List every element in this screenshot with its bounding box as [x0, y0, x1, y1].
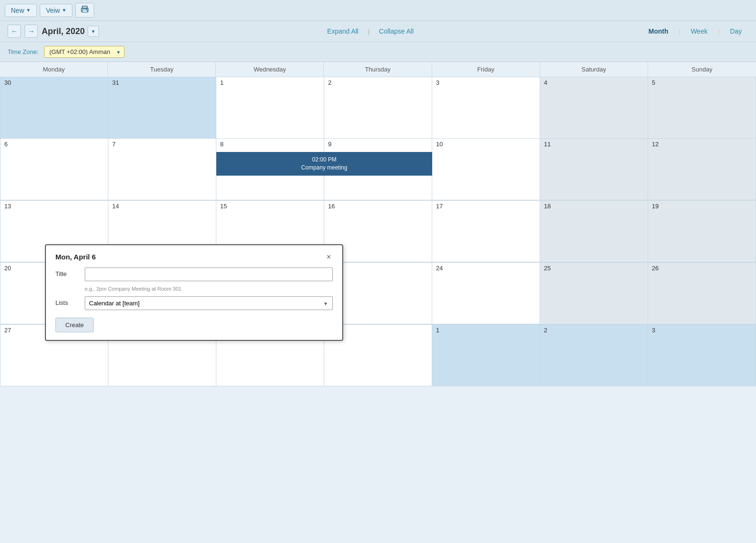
- cell-apr-3[interactable]: 3: [432, 77, 540, 139]
- header-friday: Friday: [432, 62, 540, 77]
- month-dropdown-button[interactable]: ▼: [88, 26, 99, 37]
- day-num-3a: 3: [434, 78, 441, 87]
- cell-may-1[interactable]: 1: [432, 325, 540, 386]
- nav-center: Expand All | Collapse All: [327, 27, 414, 35]
- day-num-13: 13: [2, 202, 13, 211]
- next-arrow-icon: →: [28, 27, 35, 35]
- cell-apr-7[interactable]: 7: [108, 139, 216, 200]
- view-month-button[interactable]: Month: [642, 26, 675, 37]
- day-num-11: 11: [542, 140, 552, 149]
- cell-apr-24[interactable]: 24: [432, 263, 540, 324]
- header-saturday: Saturday: [540, 62, 648, 77]
- day-num-15: 15: [218, 202, 229, 211]
- toolbar: New ▼ Veiw ▼: [0, 0, 756, 21]
- cell-apr-18[interactable]: 18: [540, 201, 648, 262]
- cell-may-3[interactable]: 3: [648, 325, 756, 386]
- day-num-8: 8: [218, 140, 225, 149]
- calendar-title: April, 2020 ▼: [42, 26, 99, 37]
- timezone-bar: Time Zone: (GMT +02:00) Amman: [0, 42, 756, 62]
- cell-apr-5[interactable]: 5: [648, 77, 756, 139]
- header-sunday: Sunday: [648, 62, 756, 77]
- event-title: Company meeting: [301, 164, 347, 171]
- view-button[interactable]: Veiw ▼: [40, 4, 72, 17]
- svg-point-3: [86, 9, 87, 10]
- create-button[interactable]: Create: [55, 318, 94, 332]
- day-num-27: 27: [2, 326, 13, 335]
- cell-apr-17[interactable]: 17: [432, 201, 540, 262]
- expand-all-link[interactable]: Expand All: [327, 27, 358, 35]
- day-num-12: 12: [650, 140, 660, 149]
- day-num-1a: 1: [218, 78, 225, 87]
- view-label: Veiw: [46, 7, 60, 14]
- cell-apr-25[interactable]: 25: [540, 263, 648, 324]
- cell-mar-30[interactable]: 30: [0, 77, 108, 139]
- popup-close-button[interactable]: ×: [325, 253, 333, 261]
- timezone-label: Time Zone:: [8, 48, 38, 55]
- header-tuesday: Tuesday: [108, 62, 216, 77]
- day-num-4: 4: [542, 78, 549, 87]
- cell-mar-31[interactable]: 31: [108, 77, 216, 139]
- day-num-3b: 3: [650, 326, 657, 335]
- day-headers: Monday Tuesday Wednesday Thursday Friday…: [0, 62, 756, 77]
- month-year-label: April, 2020: [42, 27, 85, 36]
- lists-select[interactable]: Calendar at [team]: [85, 296, 333, 310]
- print-icon: [80, 6, 89, 13]
- nav-right: Month | Week | Day: [642, 26, 748, 37]
- day-num-6: 6: [2, 140, 9, 149]
- day-num-31: 31: [110, 78, 121, 87]
- next-button[interactable]: →: [25, 25, 38, 38]
- lists-row: Lists Calendar at [team]: [55, 296, 333, 310]
- cell-apr-11[interactable]: 11: [540, 139, 648, 200]
- new-button[interactable]: New ▼: [5, 4, 37, 17]
- popup-overlay: Mon, April 6 × Title e.g., 2pm Company M…: [45, 244, 343, 341]
- cell-apr-6[interactable]: 6: [0, 139, 108, 200]
- view-day-button[interactable]: Day: [723, 26, 748, 37]
- day-num-10: 10: [434, 140, 445, 149]
- cell-apr-10[interactable]: 10: [432, 139, 540, 200]
- week-2: 6 7 8 9 10 11 12 02:00 PM Company meetin…: [0, 139, 756, 200]
- separator: |: [368, 28, 369, 35]
- popup-header: Mon, April 6 ×: [55, 253, 333, 261]
- day-num-2a: 2: [326, 78, 333, 87]
- cell-apr-19[interactable]: 19: [648, 201, 756, 262]
- cell-apr-26[interactable]: 26: [648, 263, 756, 324]
- create-event-popup: Mon, April 6 × Title e.g., 2pm Company M…: [45, 244, 343, 341]
- svg-rect-1: [82, 10, 87, 12]
- day-num-1b: 1: [434, 326, 441, 335]
- calendar-container: Monday Tuesday Wednesday Thursday Friday…: [0, 62, 756, 386]
- view-arrow: ▼: [62, 8, 67, 13]
- new-arrow: ▼: [26, 8, 31, 13]
- title-input[interactable]: [85, 267, 333, 281]
- cell-apr-1[interactable]: 1: [216, 77, 324, 139]
- day-num-24: 24: [434, 264, 445, 273]
- day-num-9: 9: [326, 140, 333, 149]
- cell-may-2[interactable]: 2: [540, 325, 648, 386]
- print-button[interactable]: [75, 3, 94, 18]
- day-num-14: 14: [110, 202, 121, 211]
- cell-apr-12[interactable]: 12: [648, 139, 756, 200]
- nav-left: ← → April, 2020 ▼: [8, 25, 99, 38]
- header-wednesday: Wednesday: [216, 62, 324, 77]
- day-num-17: 17: [434, 202, 445, 211]
- header-thursday: Thursday: [324, 62, 432, 77]
- cell-apr-4[interactable]: 4: [540, 77, 648, 139]
- view-sep-1: |: [679, 28, 680, 35]
- day-num-25: 25: [542, 264, 552, 273]
- prev-button[interactable]: ←: [8, 25, 21, 38]
- day-num-26: 26: [650, 264, 660, 273]
- lists-col: Calendar at [team]: [85, 296, 333, 310]
- day-num-5: 5: [650, 78, 657, 87]
- cell-apr-2[interactable]: 2: [324, 77, 432, 139]
- title-row: Title: [55, 267, 333, 281]
- timezone-select[interactable]: (GMT +02:00) Amman: [44, 46, 125, 58]
- lists-select-wrapper: Calendar at [team]: [85, 296, 333, 310]
- day-num-18: 18: [542, 202, 552, 211]
- company-meeting-event[interactable]: 02:00 PM Company meeting: [216, 152, 432, 176]
- event-time: 02:00 PM: [312, 156, 336, 163]
- header-monday: Monday: [0, 62, 108, 77]
- view-week-button[interactable]: Week: [684, 26, 714, 37]
- prev-arrow-icon: ←: [11, 27, 18, 35]
- collapse-all-link[interactable]: Collapse All: [379, 27, 414, 35]
- view-sep-2: |: [718, 28, 720, 35]
- day-num-7: 7: [110, 140, 117, 149]
